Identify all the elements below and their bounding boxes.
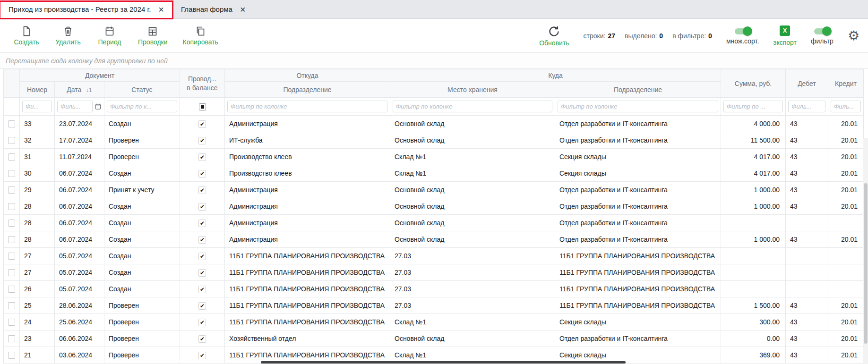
multisort-toggle-label: множ.сорт. xyxy=(726,37,759,45)
filter-storage-input[interactable] xyxy=(393,101,552,112)
tab-main-form[interactable]: Главная форма × xyxy=(172,0,254,18)
posted-checkbox[interactable]: ✔ xyxy=(198,319,206,326)
delete-button[interactable]: Удалить xyxy=(55,25,81,46)
header-status[interactable]: Статус xyxy=(104,82,180,98)
header-credit[interactable]: Кредит xyxy=(828,69,864,98)
row-select-checkbox[interactable] xyxy=(8,137,15,144)
toggle-on-icon[interactable] xyxy=(814,28,830,34)
row-select-checkbox[interactable] xyxy=(8,352,15,359)
export-button-label: экспорт xyxy=(773,39,797,46)
header-number[interactable]: Номер xyxy=(20,82,55,98)
header-storage[interactable]: Место хранения xyxy=(390,82,555,98)
excel-export-icon[interactable]: X xyxy=(780,25,790,36)
copy-button[interactable]: Копировать xyxy=(183,25,218,46)
toggle-on-icon[interactable] xyxy=(735,28,751,34)
posted-checkbox[interactable]: ✔ xyxy=(198,302,206,310)
table-row[interactable]: 25 28.06.2024 Проверен ✔ 11Б1 ГРУППА ПЛА… xyxy=(4,297,864,314)
posted-checkbox[interactable]: ✔ xyxy=(198,186,206,194)
row-select-checkbox[interactable] xyxy=(8,253,15,260)
cell-sum xyxy=(721,215,786,231)
filter-to-department-input[interactable] xyxy=(558,101,718,112)
header-from-department[interactable]: Подразделение xyxy=(225,82,390,98)
cell-status: Создан xyxy=(104,215,180,231)
row-select-checkbox[interactable] xyxy=(8,153,15,161)
period-button[interactable]: Период xyxy=(96,25,123,46)
export-button[interactable]: X экспорт xyxy=(773,25,797,46)
vertical-scrollbar[interactable] xyxy=(863,138,868,364)
table-row[interactable]: 33 23.07.2024 Создан ✔ Администрация Осн… xyxy=(4,116,864,132)
filter-number-input[interactable] xyxy=(22,101,52,112)
date-picker-icon[interactable] xyxy=(95,103,102,110)
posted-checkbox[interactable]: ✔ xyxy=(198,286,206,293)
vertical-scrollbar-thumb[interactable] xyxy=(864,183,868,344)
header-debit[interactable]: Дебет xyxy=(786,69,828,98)
row-select-checkbox[interactable] xyxy=(8,220,15,227)
create-button[interactable]: Создать xyxy=(13,25,40,46)
row-select-checkbox[interactable] xyxy=(8,335,15,342)
filter-toggle-label: фильтр xyxy=(811,37,834,45)
posted-checkbox[interactable]: ✔ xyxy=(198,253,206,260)
posted-checkbox[interactable]: ✔ xyxy=(198,335,206,343)
grouping-drop-zone[interactable]: Перетащите сюда колонку для группировки … xyxy=(0,53,868,69)
filter-sum-input[interactable] xyxy=(723,101,783,112)
posted-checkbox[interactable]: ✔ xyxy=(198,203,206,211)
posted-checkbox[interactable]: ✔ xyxy=(198,236,206,244)
posted-checkbox[interactable]: ✔ xyxy=(198,120,206,128)
cell-date: 05.07.2024 xyxy=(55,264,104,281)
filter-debit-input[interactable] xyxy=(788,101,825,112)
posted-checkbox[interactable]: ✔ xyxy=(198,269,206,277)
cell-from-department: Администрация xyxy=(225,215,390,231)
row-select-checkbox[interactable] xyxy=(8,236,15,243)
header-sum[interactable]: Сумма, руб. xyxy=(721,69,786,98)
horizontal-scrollbar-thumb[interactable] xyxy=(261,361,626,364)
filter-toggle[interactable]: фильтр xyxy=(811,26,834,45)
cell-sum xyxy=(721,281,786,297)
cell-from-department: 11Б1 ГРУППА ПЛАНИРОВАНИЯ ПРОИЗВОДСТВА xyxy=(225,248,390,264)
filter-from-department-input[interactable] xyxy=(227,101,387,112)
row-select-checkbox[interactable] xyxy=(8,302,15,309)
tab-main-form-close-icon[interactable]: × xyxy=(240,5,246,14)
postings-button-label: Проводки xyxy=(138,38,168,46)
row-select-checkbox[interactable] xyxy=(8,120,15,127)
table-row[interactable]: 28 06.07.2024 Создан ✔ Администрация Осн… xyxy=(4,231,864,248)
row-select-checkbox[interactable] xyxy=(8,286,15,293)
header-date[interactable]: Дата ↓1 xyxy=(55,82,104,98)
settings-gear-icon[interactable]: ⚙ xyxy=(848,29,859,42)
filter-posted-checkbox[interactable] xyxy=(199,103,206,110)
row-select-checkbox[interactable] xyxy=(8,269,15,276)
tab-registry-close-icon[interactable]: × xyxy=(158,5,164,14)
table-row[interactable]: 29 06.07.2024 Принят к учету ✔ Администр… xyxy=(4,182,864,198)
table-row[interactable]: 31 11.07.2024 Проверен ✔ Производство кл… xyxy=(4,149,864,165)
cell-credit xyxy=(828,264,864,281)
header-to-department[interactable]: Подразделение xyxy=(555,82,721,98)
cell-status: Проверен xyxy=(104,132,180,149)
table-row[interactable]: 28 06.07.2024 Создан ✔ Администрация Осн… xyxy=(4,215,864,231)
posted-checkbox[interactable]: ✔ xyxy=(198,352,206,359)
table-row[interactable]: 30 06.07.2024 Создан ✔ Производство клее… xyxy=(4,165,864,182)
header-posted[interactable]: Провод... в балансе xyxy=(180,69,225,98)
row-select-checkbox[interactable] xyxy=(8,319,15,326)
postings-button[interactable]: Проводки xyxy=(138,25,168,46)
tab-registry[interactable]: Приход из производства - Реестр за 2024 … xyxy=(0,0,172,18)
table-row[interactable]: 28 06.07.2024 Создан ✔ Администрация Осн… xyxy=(4,198,864,215)
multisort-toggle[interactable]: множ.сорт. xyxy=(726,26,759,45)
cell-debit: 43 xyxy=(786,330,828,347)
table-row[interactable]: 27 05.07.2024 Создан ✔ 11Б1 ГРУППА ПЛАНИ… xyxy=(4,264,864,281)
cell-storage: 27.03 xyxy=(390,248,555,264)
table-row[interactable]: 32 17.07.2024 Проверен ✔ ИТ-служба Основ… xyxy=(4,132,864,149)
posted-checkbox[interactable]: ✔ xyxy=(198,153,206,161)
table-row[interactable]: 26 05.07.2024 Создан ✔ 11Б1 ГРУППА ПЛАНИ… xyxy=(4,281,864,297)
posted-checkbox[interactable]: ✔ xyxy=(198,220,206,227)
refresh-button[interactable]: Обновить xyxy=(539,25,569,47)
filter-date-input[interactable] xyxy=(57,101,93,112)
filter-status-input[interactable] xyxy=(107,101,177,112)
row-select-checkbox[interactable] xyxy=(8,170,15,177)
table-row[interactable]: 27 05.07.2024 Создан ✔ 11Б1 ГРУППА ПЛАНИ… xyxy=(4,248,864,264)
posted-checkbox[interactable]: ✔ xyxy=(198,170,206,178)
filter-credit-input[interactable] xyxy=(831,101,861,112)
table-row[interactable]: 23 06.06.2024 Проверен ✔ Хозяйственный о… xyxy=(4,330,864,347)
posted-checkbox[interactable]: ✔ xyxy=(198,137,206,144)
row-select-checkbox[interactable] xyxy=(8,203,15,210)
row-select-checkbox[interactable] xyxy=(8,186,15,194)
table-row[interactable]: 24 25.06.2024 Проверен ✔ 11Б1 ГРУППА ПЛА… xyxy=(4,314,864,330)
